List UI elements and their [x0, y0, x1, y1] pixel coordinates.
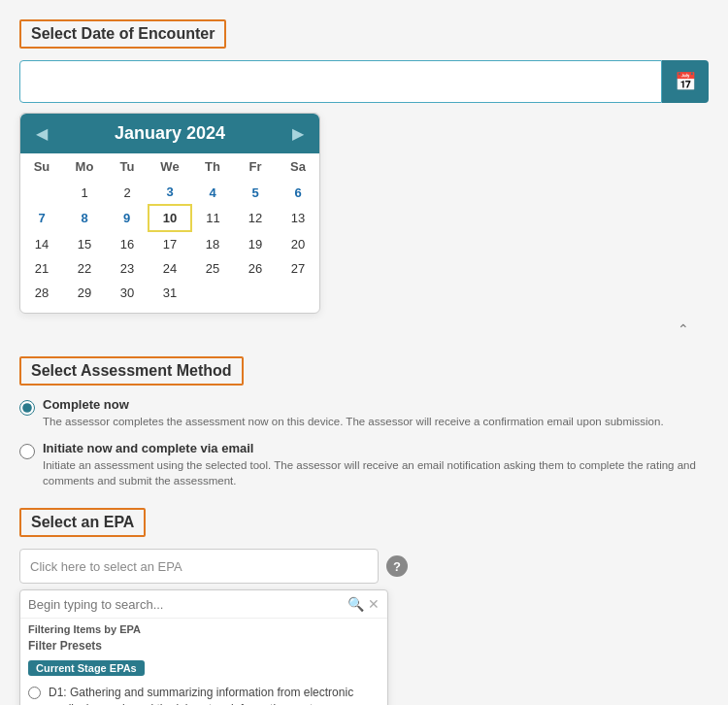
calendar-day[interactable]: 3 [149, 180, 191, 205]
calendar-week-row: 123456 [20, 180, 319, 205]
calendar-day[interactable]: 1 [63, 180, 106, 205]
calendar-day [234, 281, 277, 305]
assessment-option-text-complete-now: Complete nowThe assessor completes the a… [43, 397, 664, 429]
date-section: Select Date of Encounter 📅 ◀ January 202… [19, 19, 709, 337]
weekday-th: Th [191, 153, 234, 180]
date-input[interactable] [19, 60, 662, 103]
calendar-day[interactable]: 8 [63, 205, 106, 231]
calendar-day[interactable]: 23 [106, 256, 149, 281]
calendar-day[interactable]: 25 [191, 256, 234, 281]
radio-initiate-email[interactable] [19, 444, 35, 459]
calendar-day[interactable]: 7 [20, 205, 63, 231]
calendar-day[interactable]: 24 [149, 256, 191, 281]
calendar-day[interactable]: 9 [106, 205, 149, 231]
calendar-day[interactable]: 22 [63, 256, 106, 281]
epa-select-row: Click here to select an EPA ? [19, 549, 709, 584]
calendar-day[interactable]: 6 [277, 180, 319, 205]
next-month-button[interactable]: ▶ [288, 124, 308, 143]
search-icon: 🔍 [347, 596, 364, 612]
epa-section-label: Select an EPA [19, 508, 146, 537]
calendar-day[interactable]: 21 [20, 256, 63, 281]
assessment-option-label-complete-now: Complete now [43, 397, 664, 412]
prev-month-button[interactable]: ◀ [32, 124, 51, 143]
epa-list: D1: Gathering and summarizing informatio… [20, 680, 387, 705]
calendar-header: ◀ January 2024 ▶ [20, 114, 319, 153]
calendar-day[interactable]: 14 [20, 231, 63, 256]
calendar-day[interactable]: 18 [191, 231, 234, 256]
epa-radio-d1[interactable] [28, 687, 41, 699]
calendar-month-title: January 2024 [115, 123, 225, 144]
calendar-week-row: 28293031 [20, 281, 319, 305]
chevron-up-icon[interactable]: ⌃ [678, 321, 689, 337]
weekday-we: We [149, 153, 191, 180]
calendar-day[interactable]: 30 [106, 281, 149, 305]
assessment-section: Select Assessment Method Complete nowThe… [19, 356, 709, 488]
calendar-day[interactable]: 19 [234, 231, 277, 256]
assessment-option-initiate-email: Initiate now and complete via emailIniti… [19, 441, 709, 488]
calendar-day[interactable]: 26 [234, 256, 277, 281]
epa-search-row: 🔍 ✕ [20, 590, 387, 619]
calendar-day [277, 281, 319, 305]
calendar-day [191, 281, 234, 305]
assessment-option-complete-now: Complete nowThe assessor completes the a… [19, 397, 709, 429]
assessment-option-label-initiate-email: Initiate now and complete via email [43, 441, 709, 455]
date-section-label: Select Date of Encounter [19, 19, 226, 49]
calendar-day[interactable]: 17 [149, 231, 191, 256]
calendar-day [20, 180, 63, 205]
calendar-day[interactable]: 13 [277, 205, 319, 231]
calendar-toggle-button[interactable]: 📅 [662, 60, 709, 103]
calendar-day[interactable]: 11 [191, 205, 234, 231]
assessment-option-text-initiate-email: Initiate now and complete via emailIniti… [43, 441, 709, 488]
calendar-day[interactable]: 27 [277, 256, 319, 281]
calendar-week-row: 78910111213 [20, 205, 319, 231]
weekday-fr: Fr [234, 153, 277, 180]
epa-select[interactable]: Click here to select an EPA [19, 549, 379, 584]
calendar-icon: 📅 [675, 71, 696, 92]
calendar-day[interactable]: 10 [149, 205, 191, 231]
weekday-su: Su [20, 153, 63, 180]
epa-preset-badge[interactable]: Current Stage EPAs [28, 660, 145, 676]
weekday-tu: Tu [106, 153, 149, 180]
calendar-collapse-row: ⌃ [19, 321, 709, 337]
epa-filter-section: Filter Presets [20, 637, 387, 656]
radio-complete-now[interactable] [19, 400, 35, 416]
epa-help-icon[interactable]: ? [386, 555, 408, 577]
date-input-row: 📅 [19, 60, 709, 103]
calendar-day[interactable]: 29 [63, 281, 106, 305]
assessment-section-label: Select Assessment Method [19, 356, 244, 386]
assessment-options: Complete nowThe assessor completes the a… [19, 397, 709, 488]
calendar-day[interactable]: 12 [234, 205, 277, 231]
calendar-day[interactable]: 16 [106, 231, 149, 256]
calendar-day[interactable]: 20 [277, 231, 319, 256]
weekday-sa: Sa [277, 153, 319, 180]
calendar: ◀ January 2024 ▶ Su Mo Tu We Th Fr Sa 12… [19, 113, 320, 314]
calendar-day[interactable]: 2 [106, 180, 149, 205]
calendar-week-row: 21222324252627 [20, 256, 319, 281]
calendar-day[interactable]: 31 [149, 281, 191, 305]
weekday-mo: Mo [63, 153, 106, 180]
epa-filter-label: Filtering Items by EPA [20, 619, 387, 637]
assessment-option-desc-initiate-email: Initiate an assessment using the selecte… [43, 457, 709, 488]
calendar-grid: Su Mo Tu We Th Fr Sa 1234567891011121314… [20, 153, 319, 305]
epa-section: Select an EPA Click here to select an EP… [19, 508, 709, 705]
calendar-day[interactable]: 4 [191, 180, 234, 205]
epa-search-input[interactable] [28, 597, 344, 612]
assessment-option-desc-complete-now: The assessor completes the assessment no… [43, 414, 664, 429]
calendar-week-row: 14151617181920 [20, 231, 319, 256]
calendar-weekday-row: Su Mo Tu We Th Fr Sa [20, 153, 319, 180]
calendar-day[interactable]: 28 [20, 281, 63, 305]
epa-list-item[interactable]: D1: Gathering and summarizing informatio… [20, 680, 387, 705]
epa-search-clear-icon[interactable]: ✕ [368, 596, 380, 612]
epa-search-dropdown: 🔍 ✕ Filtering Items by EPA Filter Preset… [19, 589, 388, 705]
calendar-day[interactable]: 5 [234, 180, 277, 205]
epa-item-text-d1: D1: Gathering and summarizing informatio… [49, 685, 380, 705]
calendar-day[interactable]: 15 [63, 231, 106, 256]
